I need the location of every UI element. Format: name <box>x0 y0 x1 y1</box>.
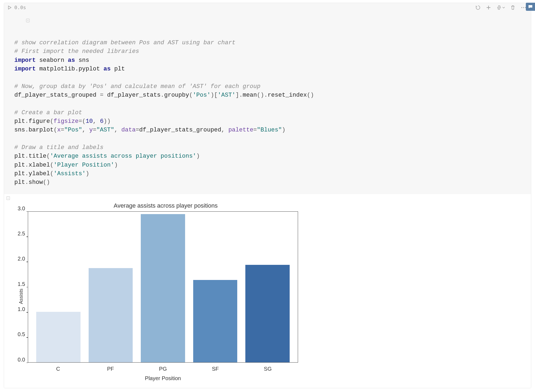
code-line[interactable]: # Now, group data by 'Pos' and calculate… <box>14 82 526 91</box>
code-line[interactable] <box>14 135 526 143</box>
delete-cell-icon[interactable] <box>510 5 515 10</box>
collapse-output-icon[interactable] <box>6 196 11 201</box>
svg-point-3 <box>521 7 522 8</box>
cell-toolbar <box>475 5 528 10</box>
code-line[interactable]: # Draw a title and labels <box>14 143 526 152</box>
clear-output-icon[interactable] <box>475 5 481 10</box>
run-icon[interactable] <box>8 6 12 9</box>
code-line[interactable]: plt.figure(figsize=(10, 6)) <box>14 117 526 126</box>
code-line[interactable] <box>14 73 526 82</box>
code-line[interactable]: # First import the needed libraries <box>14 47 526 56</box>
bar-slot <box>141 214 185 362</box>
bar <box>36 312 81 362</box>
bar <box>141 214 185 362</box>
bar <box>193 280 238 362</box>
code-line[interactable]: plt.ylabel('Assists') <box>14 170 526 178</box>
chevron-down-icon <box>502 6 505 9</box>
svg-point-4 <box>523 7 524 8</box>
cell-header: 0.0s <box>4 3 531 11</box>
bar-slot <box>89 268 133 362</box>
chat-icon[interactable] <box>526 3 535 11</box>
bar-slot <box>193 280 238 362</box>
add-cell-icon[interactable] <box>486 5 491 10</box>
code-line[interactable]: plt.xlabel('Player Position') <box>14 161 526 170</box>
xtick-label: C <box>36 366 80 372</box>
chart-xlabel: Player Position <box>28 375 298 381</box>
python-icon[interactable] <box>496 5 505 10</box>
xtick-label: SG <box>246 366 290 372</box>
chart-title: Average assists across player positions <box>17 202 314 209</box>
code-line[interactable]: plt.show() <box>14 178 526 187</box>
notebook-cell: 0.0s <box>4 3 531 388</box>
xtick-label: SF <box>193 366 238 372</box>
code-line[interactable]: sns.barplot(x="Pos", y="AST", data=df_pl… <box>14 126 526 134</box>
code-line[interactable]: plt.title('Average assists across player… <box>14 152 526 161</box>
bar-slot <box>245 265 290 362</box>
xtick-label: PG <box>141 366 185 372</box>
collapse-input-icon[interactable] <box>5 12 10 31</box>
xtick-label: PF <box>88 366 133 372</box>
cell-output: Average assists across player positions … <box>4 194 531 388</box>
code-line[interactable] <box>14 100 526 108</box>
bar <box>245 265 290 362</box>
chart: Average assists across player positions … <box>17 202 314 381</box>
code-line[interactable]: # show correlation diagram between Pos a… <box>14 39 526 47</box>
svg-point-1 <box>498 6 499 6</box>
code-line[interactable]: df_player_stats_grouped = df_player_stat… <box>14 91 526 100</box>
code-line[interactable]: import matplotlib.pyplot as plt <box>14 65 526 73</box>
code-line[interactable]: import seaborn as sns <box>14 56 526 65</box>
bar <box>89 268 133 362</box>
chart-plot-area <box>28 211 298 363</box>
bar-slot <box>36 312 81 362</box>
execution-time: 0.0s <box>14 5 26 10</box>
code-line[interactable]: # Create a bar plot <box>14 109 526 117</box>
svg-point-2 <box>499 9 500 9</box>
svg-marker-0 <box>8 6 11 9</box>
chart-ylabel: Assists <box>17 211 25 381</box>
code-editor[interactable]: # show correlation diagram between Pos a… <box>4 11 531 194</box>
chart-xaxis: CPFPGSFSG <box>28 363 298 372</box>
